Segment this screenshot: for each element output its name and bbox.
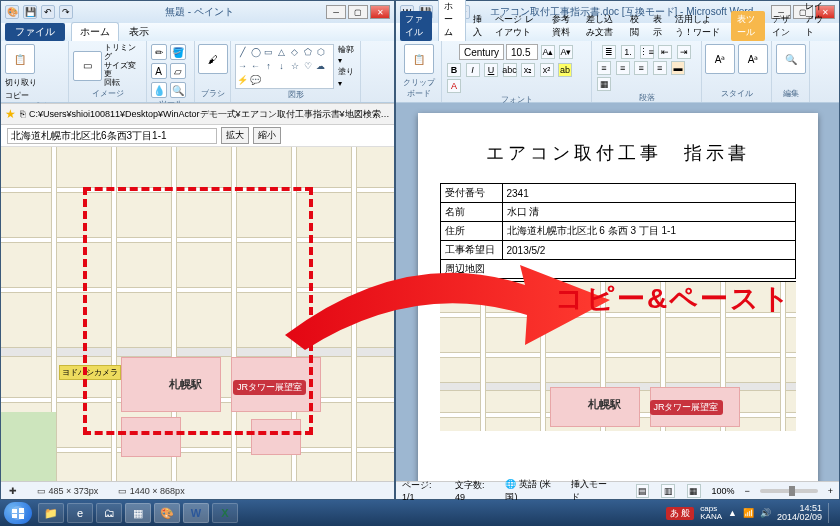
zoom-value[interactable]: 100% — [712, 486, 735, 496]
tray-volume-icon[interactable]: 🔊 — [760, 508, 771, 518]
tab-page-layout[interactable]: ページ レイアウト — [490, 11, 545, 41]
copy-button[interactable]: コピー — [5, 90, 37, 101]
brush-icon[interactable]: 🖌 — [198, 44, 228, 74]
quick-styles-icon[interactable]: Aᵃ — [705, 44, 735, 74]
zoom-out-button[interactable]: − — [745, 486, 750, 496]
eraser-icon[interactable]: ▱ — [170, 63, 186, 79]
bullets-icon[interactable]: ≣ — [602, 45, 616, 59]
cell-val[interactable]: 2341 — [502, 184, 795, 203]
zoom-out-button[interactable]: 縮小 — [253, 127, 281, 144]
shape-outline-button[interactable]: 輪郭▾ — [338, 44, 356, 66]
selection-rectangle[interactable] — [83, 187, 313, 435]
status-page[interactable]: ページ: 1/1 — [402, 479, 445, 502]
view-web-icon[interactable]: ▦ — [687, 484, 701, 498]
underline-icon[interactable]: U — [484, 63, 498, 77]
paste-icon[interactable]: 📋 — [404, 44, 434, 74]
save-icon[interactable]: 💾 — [23, 5, 37, 19]
tab-home[interactable]: ホーム — [438, 0, 466, 41]
undo-icon[interactable]: ↶ — [41, 5, 55, 19]
tray-network-icon[interactable]: 📶 — [743, 508, 754, 518]
paste-icon[interactable]: 📋 — [5, 44, 35, 74]
ime-indicator[interactable]: あ 般 — [666, 507, 695, 520]
numbering-icon[interactable]: 1. — [621, 45, 635, 59]
shapes-gallery[interactable]: ╱◯▭△◇⬠⬡→ ←↑↓☆♡☁⚡💬 — [235, 44, 335, 89]
address-text[interactable]: C:¥Users¥shioi100811¥Desktop¥WinActorデモ一… — [29, 108, 390, 121]
sup-icon[interactable]: x² — [540, 63, 554, 77]
cell-val[interactable]: 2013/5/2 — [502, 241, 795, 260]
view-print-icon[interactable]: ▤ — [636, 484, 650, 498]
task-word[interactable]: W — [183, 503, 209, 523]
cell-key[interactable]: 受付番号 — [440, 184, 502, 203]
view-read-icon[interactable]: ▥ — [661, 484, 675, 498]
trimming-button[interactable]: トリミング — [104, 44, 142, 62]
task-excel[interactable]: X — [212, 503, 238, 523]
highlight-icon[interactable]: ab — [558, 63, 572, 77]
outdent-icon[interactable]: ⇤ — [658, 45, 672, 59]
cell-val[interactable]: 水口 清 — [502, 203, 795, 222]
show-desktop-button[interactable] — [828, 503, 836, 523]
picker-icon[interactable]: 💧 — [151, 82, 167, 98]
task-explorer[interactable]: 📁 — [38, 503, 64, 523]
bold-icon[interactable]: B — [447, 63, 461, 77]
tab-file[interactable]: ファイル — [400, 11, 432, 41]
doc-embedded-map[interactable]: 札幌駅 JRタワー展望室 — [440, 281, 796, 431]
find-icon[interactable]: 🔍 — [776, 44, 806, 74]
fill-icon[interactable]: 🪣 — [170, 44, 186, 60]
close-button[interactable]: ✕ — [370, 5, 390, 19]
change-styles-icon[interactable]: Aᵃ — [738, 44, 768, 74]
tab-view[interactable]: 表示 — [648, 11, 669, 41]
italic-icon[interactable]: I — [466, 63, 480, 77]
borders-icon[interactable]: ▦ — [597, 77, 611, 91]
task-ie[interactable]: e — [67, 503, 93, 523]
strike-icon[interactable]: abc — [503, 63, 517, 77]
tab-view[interactable]: 表示 — [121, 23, 157, 41]
tab-mailings[interactable]: 差し込み文書 — [581, 11, 623, 41]
text-icon[interactable]: A — [151, 63, 167, 79]
tab-review[interactable]: 校閲 — [625, 11, 646, 41]
start-button[interactable] — [4, 502, 32, 524]
minimize-button[interactable]: ─ — [326, 5, 346, 19]
select-icon[interactable]: ▭ — [73, 51, 102, 81]
tab-addins[interactable]: 活用しよう！ワード — [670, 11, 728, 41]
zoom-in-button[interactable]: 拡大 — [221, 127, 249, 144]
word-document-area[interactable]: エアコン取付工事 指示書 受付番号2341 名前水口 清 住所北海道札幌市北区北… — [396, 103, 839, 481]
tab-home[interactable]: ホーム — [71, 22, 119, 41]
align-left-icon[interactable]: ≡ — [597, 61, 611, 75]
cell-key[interactable]: 周辺地図 — [440, 260, 795, 279]
tab-design[interactable]: デザイン — [767, 11, 799, 41]
font-color-icon[interactable]: A — [447, 79, 461, 93]
justify-icon[interactable]: ≡ — [653, 61, 667, 75]
doc-table[interactable]: 受付番号2341 名前水口 清 住所北海道札幌市北区北 6 条西 3 丁目 1-… — [440, 183, 796, 279]
task-app[interactable]: ▦ — [125, 503, 151, 523]
tray-flag-icon[interactable]: ▲ — [728, 508, 737, 518]
zoom-slider[interactable] — [760, 489, 818, 493]
font-size-combo[interactable]: 10.5 — [506, 44, 538, 60]
cell-key[interactable]: 名前 — [440, 203, 502, 222]
font-name-combo[interactable]: Century — [459, 44, 504, 60]
tab-references[interactable]: 参考資料 — [547, 11, 579, 41]
clock[interactable]: 14:512014/02/09 — [777, 504, 822, 522]
tab-file[interactable]: ファイル — [5, 23, 65, 41]
status-words[interactable]: 文字数: 49 — [455, 479, 496, 502]
zoom-icon[interactable]: 🔍 — [170, 82, 186, 98]
tab-layout[interactable]: レイアウト — [800, 0, 837, 41]
nav-icon[interactable]: ⎘ — [20, 109, 25, 119]
align-center-icon[interactable]: ≡ — [616, 61, 630, 75]
cell-val[interactable]: 北海道札幌市北区北 6 条西 3 丁目 1-1 — [502, 222, 795, 241]
shape-fill-button[interactable]: 塗り▾ — [338, 66, 356, 88]
tab-insert[interactable]: 挿入 — [468, 11, 489, 41]
rotate-button[interactable]: 回転 — [104, 79, 142, 88]
multilevel-icon[interactable]: ⋮≡ — [640, 45, 654, 59]
favorite-icon[interactable]: ★ — [5, 107, 16, 121]
cell-key[interactable]: 住所 — [440, 222, 502, 241]
redo-icon[interactable]: ↷ — [59, 5, 73, 19]
search-input[interactable] — [7, 128, 217, 144]
task-folder[interactable]: 🗂 — [96, 503, 122, 523]
maximize-button[interactable]: ▢ — [348, 5, 368, 19]
grow-font-icon[interactable]: A▴ — [541, 45, 555, 59]
indent-icon[interactable]: ⇥ — [677, 45, 691, 59]
table-tools-tab[interactable]: 表ツール — [731, 11, 765, 41]
cell-key[interactable]: 工事希望日 — [440, 241, 502, 260]
cut-button[interactable]: 切り取り — [5, 77, 37, 88]
task-paint[interactable]: 🎨 — [154, 503, 180, 523]
